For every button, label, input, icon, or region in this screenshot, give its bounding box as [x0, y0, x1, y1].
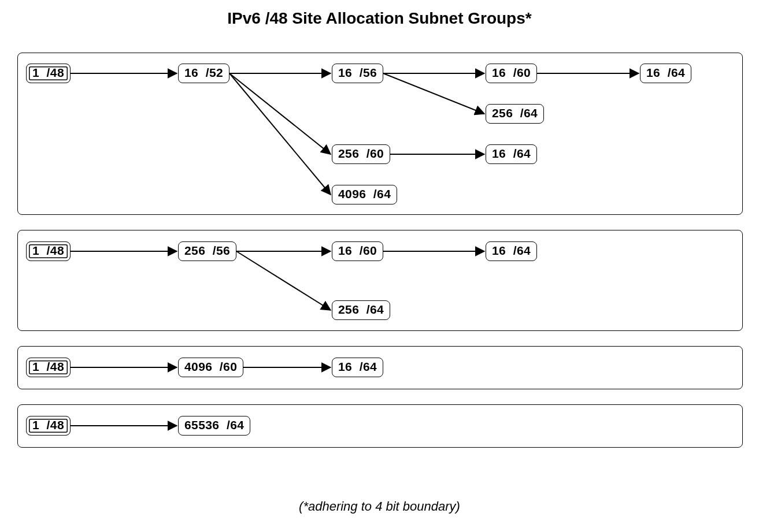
subnet-count: 4096	[338, 187, 366, 200]
subnet-count: 16	[338, 244, 352, 257]
subnet-prefix: /56	[213, 244, 230, 257]
subnet-prefix: /64	[360, 360, 377, 373]
subnet-count: 256	[338, 303, 359, 316]
subnet-count: 256	[492, 106, 513, 120]
subnet-prefix: /64	[227, 418, 244, 431]
subnet-prefix: /64	[668, 66, 685, 79]
subnet-count: 1	[32, 418, 39, 431]
subnet-node: 256 /60	[332, 144, 390, 164]
subnet-prefix: /52	[206, 66, 223, 79]
subnet-node: 1 /48	[26, 241, 71, 261]
subnet-count: 16	[646, 66, 660, 79]
subnet-prefix: /48	[47, 418, 64, 431]
subnet-prefix: /60	[366, 147, 384, 160]
subnet-count: 256	[184, 244, 205, 257]
subnet-prefix: /60	[360, 244, 377, 257]
subnet-prefix: /48	[47, 66, 64, 79]
subnet-node: 65536 /64	[178, 416, 250, 436]
diagram-footnote: (*adhering to 4 bit boundary)	[0, 499, 759, 514]
subnet-prefix: /64	[366, 303, 384, 316]
subnet-prefix: /56	[360, 66, 377, 79]
subnet-count: 1	[32, 360, 39, 373]
subnet-node: 256 /64	[332, 300, 390, 320]
subnet-node: 16 /64	[640, 64, 691, 83]
subnet-count: 16	[492, 66, 506, 79]
subnet-count: 1	[32, 244, 39, 257]
subnet-node: 1 /48	[26, 358, 71, 377]
subnet-count: 16	[338, 66, 352, 79]
subnet-node: 4096 /60	[178, 358, 243, 377]
subnet-node: 16 /64	[332, 358, 383, 377]
subnet-count: 16	[492, 147, 506, 160]
subnet-prefix: /64	[520, 106, 538, 120]
subnet-prefix: /48	[47, 360, 64, 373]
subnet-node: 256 /56	[178, 241, 236, 261]
subnet-prefix: /64	[513, 147, 531, 160]
diagram-title: IPv6 /48 Site Allocation Subnet Groups*	[0, 9, 759, 28]
subnet-count: 1	[32, 66, 39, 79]
subnet-node: 16 /64	[486, 144, 537, 164]
subnet-count: 4096	[184, 360, 212, 373]
subnet-node: 256 /64	[486, 104, 544, 124]
subnet-node: 16 /52	[178, 64, 229, 83]
subnet-node: 16 /60	[332, 241, 383, 261]
subnet-node: 4096 /64	[332, 185, 397, 204]
subnet-node: 16 /64	[486, 241, 537, 261]
subnet-count: 256	[338, 147, 359, 160]
subnet-prefix: /64	[373, 187, 391, 200]
subnet-count: 16	[338, 360, 352, 373]
subnet-count: 65536	[184, 418, 219, 431]
subnet-node: 1 /48	[26, 64, 71, 83]
subnet-node: 16 /60	[486, 64, 537, 83]
subnet-prefix: /60	[513, 66, 531, 79]
subnet-node: 1 /48	[26, 416, 71, 436]
subnet-prefix: /60	[220, 360, 237, 373]
subnet-node: 16 /56	[332, 64, 383, 83]
subnet-prefix: /48	[47, 244, 64, 257]
subnet-count: 16	[492, 244, 506, 257]
panel-4	[17, 404, 743, 448]
subnet-count: 16	[184, 66, 198, 79]
subnet-prefix: /64	[513, 244, 531, 257]
